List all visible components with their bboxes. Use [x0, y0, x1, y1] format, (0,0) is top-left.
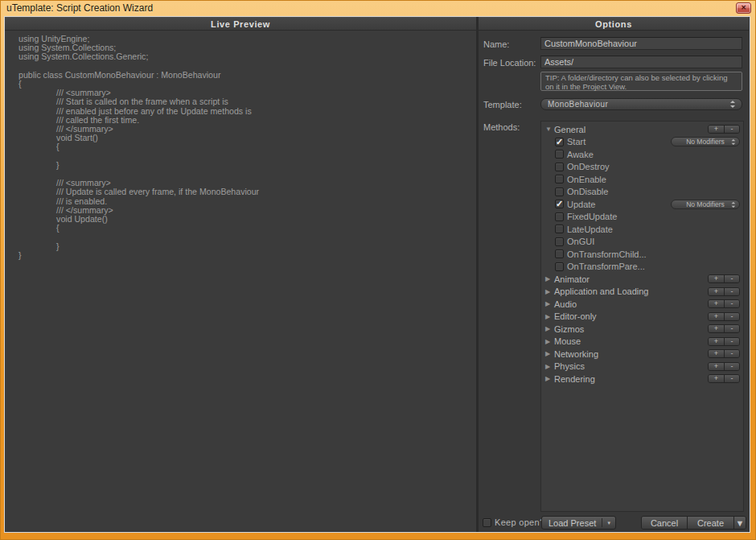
method-label: OnGUI: [567, 237, 594, 246]
method-group-animator[interactable]: ▶Animator+-: [541, 273, 743, 286]
method-checkbox[interactable]: [555, 138, 564, 146]
dropdown-caret-icon: ▼: [606, 521, 611, 526]
footer-bar: Keep open? Load Preset ▼ Cancel Create ▼: [479, 516, 749, 530]
foldout-expanded-icon[interactable]: ▼: [545, 126, 554, 133]
group-label: Rendering: [554, 374, 595, 384]
foldout-collapsed-icon[interactable]: ▶: [545, 325, 554, 332]
cancel-button[interactable]: Cancel: [642, 517, 687, 529]
method-group-physics[interactable]: ▶Physics+-: [541, 361, 743, 373]
foldout-collapsed-icon[interactable]: ▶: [545, 275, 554, 282]
foldout-collapsed-icon[interactable]: ▶: [545, 300, 554, 307]
group-label: Physics: [554, 361, 585, 371]
add-method-button[interactable]: +: [709, 375, 724, 382]
code-line: using System.Collections.Generic;: [18, 52, 476, 61]
method-group-mouse[interactable]: ▶Mouse+-: [541, 336, 743, 348]
foldout-collapsed-icon[interactable]: ▶: [545, 363, 554, 370]
modifier-label: No Modifiers: [686, 138, 725, 146]
method-checkbox[interactable]: [555, 163, 564, 171]
foldout-collapsed-icon[interactable]: ▶: [545, 313, 554, 320]
method-checkbox[interactable]: [555, 249, 564, 258]
foldout-collapsed-icon[interactable]: ▶: [545, 350, 554, 357]
remove-method-button[interactable]: -: [724, 375, 739, 382]
template-dropdown[interactable]: MonoBehaviour: [540, 98, 742, 110]
tip-box: TIP: A folder/directory can also be sele…: [540, 72, 742, 91]
method-checkbox[interactable]: [555, 225, 564, 233]
modifier-dropdown[interactable]: No Modifiers: [671, 200, 740, 209]
method-group-networking[interactable]: ▶Networking+-: [541, 348, 743, 361]
add-method-button[interactable]: +: [709, 338, 724, 345]
keep-open-checkbox[interactable]: [483, 518, 491, 527]
code-line: }: [18, 161, 476, 170]
remove-method-button[interactable]: -: [724, 126, 739, 133]
add-remove-group: +-: [708, 349, 740, 358]
foldout-collapsed-icon[interactable]: ▶: [545, 288, 554, 295]
methods-label: Methods:: [483, 122, 520, 132]
close-button[interactable]: ✕: [736, 2, 751, 14]
method-label: Update: [567, 200, 595, 209]
file-location-label: File Location:: [483, 58, 536, 68]
window-title: uTemplate: Script Creation Wizard: [6, 2, 153, 14]
add-method-button[interactable]: +: [709, 313, 724, 320]
options-title: Options: [595, 19, 632, 29]
keep-open-label: Keep open?: [495, 517, 544, 527]
method-checkbox[interactable]: [555, 212, 564, 221]
add-remove-group: +-: [708, 125, 740, 134]
remove-method-button[interactable]: -: [724, 275, 739, 282]
remove-method-button[interactable]: -: [724, 338, 739, 345]
add-remove-group: +-: [708, 324, 740, 333]
load-preset-label: Load Preset: [549, 518, 596, 528]
foldout-collapsed-icon[interactable]: ▶: [545, 338, 554, 345]
method-label: LateUpdate: [567, 225, 613, 234]
remove-method-button[interactable]: -: [724, 350, 739, 357]
method-row-ondisable: OnDisable: [541, 186, 743, 199]
name-input[interactable]: [540, 37, 742, 50]
method-checkbox[interactable]: [555, 200, 564, 208]
remove-method-button[interactable]: -: [724, 325, 739, 332]
method-checkbox[interactable]: [555, 188, 564, 196]
code-line: public class CustomMonoBehaviour : MonoB…: [18, 71, 476, 80]
add-method-button[interactable]: +: [709, 363, 724, 370]
foldout-collapsed-icon[interactable]: ▶: [545, 375, 554, 382]
add-method-button[interactable]: +: [709, 126, 724, 133]
method-checkbox[interactable]: [555, 150, 564, 159]
load-preset-button[interactable]: Load Preset ▼: [541, 516, 616, 530]
method-checkbox[interactable]: [555, 237, 564, 246]
method-group-gizmos[interactable]: ▶Gizmos+-: [541, 323, 743, 336]
name-label: Name:: [483, 39, 509, 49]
method-label: OnDisable: [567, 187, 608, 196]
remove-method-button[interactable]: -: [724, 300, 739, 307]
group-label: Editor-only: [554, 311, 597, 321]
modifier-dropdown[interactable]: No Modifiers: [671, 137, 740, 146]
group-label: Audio: [554, 299, 577, 309]
titlebar[interactable]: uTemplate: Script Creation Wizard ✕: [0, 0, 756, 16]
create-dropdown-button[interactable]: ▼: [733, 517, 746, 529]
remove-method-button[interactable]: -: [724, 363, 739, 370]
add-method-button[interactable]: +: [709, 275, 724, 282]
method-group-application-and-loading[interactable]: ▶Application and Loading+-: [541, 286, 743, 299]
live-preview-header: Live Preview: [5, 17, 476, 31]
method-group-editor-only[interactable]: ▶Editor-only+-: [541, 311, 743, 324]
remove-method-button[interactable]: -: [724, 288, 739, 295]
method-group-rendering[interactable]: ▶Rendering+-: [541, 373, 743, 385]
add-method-button[interactable]: +: [709, 288, 724, 295]
remove-method-button[interactable]: -: [724, 313, 739, 320]
keep-open-option[interactable]: Keep open?: [483, 517, 544, 527]
code-line: [18, 152, 476, 161]
add-method-button[interactable]: +: [709, 325, 724, 332]
method-checkbox[interactable]: [555, 262, 564, 271]
code-area: using UnityEngine;using System.Collectio…: [5, 31, 476, 532]
method-group-audio[interactable]: ▶Audio+-: [541, 298, 743, 311]
popup-arrows-icon: [729, 101, 735, 108]
code-line: {: [18, 142, 476, 151]
method-group-general[interactable]: ▼General+-: [541, 123, 743, 136]
code-line: }: [18, 251, 476, 260]
create-button[interactable]: Create: [687, 517, 733, 529]
add-method-button[interactable]: +: [709, 350, 724, 357]
file-location-input[interactable]: [540, 56, 742, 68]
add-remove-group: +-: [708, 299, 740, 308]
method-row-lateupdate: LateUpdate: [541, 223, 743, 236]
add-method-button[interactable]: +: [709, 300, 724, 307]
code-line: }: [18, 242, 476, 251]
method-checkbox[interactable]: [555, 175, 564, 183]
code-line: void Update(): [18, 215, 476, 224]
